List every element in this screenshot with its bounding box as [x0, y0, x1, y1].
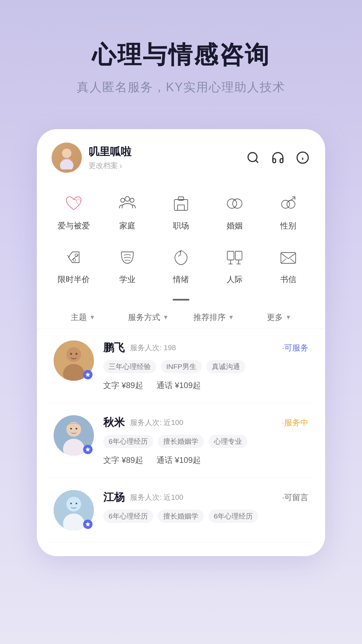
filter-sort-arrow: ▼	[228, 314, 234, 321]
call-price-1: 通话 ¥109起	[157, 455, 201, 466]
consultant-card-2[interactable]: 江杨 服务人次: 近100 ·可留言 6年心理经历 擅长婚姻学 6年心理经历	[47, 478, 315, 543]
page-subtitle: 真人匿名服务，KY实用心理助人技术	[20, 79, 342, 96]
svg-point-7	[76, 199, 81, 205]
category-marriage[interactable]: 婚姻	[211, 186, 258, 236]
consultant-card-0[interactable]: 鹏飞 服务人次: 198 ·可服务 三年心理经验 INFP男生 真诚沟通 文字 …	[47, 328, 315, 403]
category-gender[interactable]: 性别	[265, 186, 312, 236]
gender-icon	[276, 192, 300, 216]
consultant-avatar-wrap-1	[54, 415, 94, 455]
filter-sort[interactable]: 推荐排序 ▼	[181, 312, 246, 323]
consultant-header-2: 江杨 服务人次: 近100 ·可留言	[103, 490, 308, 505]
filter-theme[interactable]: 主题 ▼	[50, 312, 116, 323]
consultant-price-0: 文字 ¥89起 通话 ¥109起	[103, 380, 308, 391]
consultant-badge-0	[83, 370, 93, 379]
consultant-header-1: 秋米 服务人次: 近100 ·服务中	[103, 415, 308, 430]
love-icon	[62, 192, 86, 216]
category-emotion[interactable]: 情绪	[158, 240, 204, 290]
category-study[interactable]: 学业	[104, 240, 151, 290]
svg-point-35	[66, 347, 81, 362]
consultant-info-0: 鹏飞 服务人次: 198 ·可服务 三年心理经验 INFP男生 真诚沟通 文字 …	[103, 340, 308, 391]
category-love-label: 爱与被爱	[58, 220, 90, 231]
svg-point-37	[70, 353, 72, 355]
user-name: 叽里呱啦	[88, 145, 245, 159]
emotion-icon	[169, 245, 193, 269]
header-icons	[245, 150, 310, 165]
filter-more-arrow: ▼	[286, 314, 292, 321]
family-icon	[115, 192, 139, 216]
search-icon[interactable]	[245, 150, 261, 165]
social-icon	[223, 245, 247, 269]
svg-point-9	[121, 198, 125, 202]
consultant-name-0: 鹏飞	[103, 340, 125, 355]
category-family-label: 家庭	[119, 220, 135, 231]
filter-service-arrow: ▼	[163, 314, 169, 321]
svg-point-23	[73, 259, 76, 261]
page-title: 心理与情感咨询	[20, 40, 342, 69]
filter-more[interactable]: 更多 ▼	[246, 312, 312, 323]
consultant-list: 鹏飞 服务人次: 198 ·可服务 三年心理经验 INFP男生 真诚沟通 文字 …	[37, 328, 325, 543]
tag-0-2: 真诚沟通	[206, 360, 245, 373]
svg-point-45	[66, 497, 81, 512]
category-love[interactable]: 爱与被爱	[50, 186, 97, 236]
consultant-status-2: ·可留言	[282, 492, 308, 503]
svg-line-33	[290, 259, 296, 263]
category-family[interactable]: 家庭	[104, 186, 151, 236]
category-study-label: 学业	[119, 274, 135, 285]
app-header: 叽里呱啦 更改档案	[37, 129, 325, 179]
info-icon[interactable]	[295, 150, 310, 165]
tag-2-1: 擅长婚姻学	[158, 509, 204, 523]
user-info: 叽里呱啦 更改档案	[88, 145, 245, 171]
svg-point-1	[60, 159, 73, 169]
tag-0-1: INFP男生	[161, 360, 202, 373]
tag-1-1: 擅长婚姻学	[158, 435, 204, 448]
filter-service-type[interactable]: 服务方式 ▼	[116, 312, 181, 323]
user-avatar-wrap[interactable]	[52, 143, 82, 173]
category-row-1: 爱与被爱 家庭	[47, 186, 315, 236]
work-icon	[169, 192, 193, 216]
category-work[interactable]: 职场	[158, 186, 204, 236]
category-halfprice[interactable]: 限时半价	[50, 240, 97, 290]
consultant-card-1[interactable]: 秋米 服务人次: 近100 ·服务中 6年心理经历 擅长婚姻学 心理专业 文字 …	[47, 403, 315, 478]
category-letter[interactable]: 书信	[265, 240, 312, 290]
consultant-name-2: 江杨	[103, 490, 125, 505]
filter-bar: 主题 ▼ 服务方式 ▼ 推荐排序 ▼ 更多 ▼	[37, 307, 325, 328]
category-marriage-label: 婚姻	[227, 220, 243, 231]
category-work-label: 职场	[173, 220, 189, 231]
consultant-name-1: 秋米	[103, 415, 125, 430]
price-text-1: 文字 ¥89起	[103, 455, 143, 466]
svg-point-8	[125, 197, 130, 201]
consultant-badge-1	[83, 445, 93, 454]
consultant-count-2: 服务人次: 近100	[130, 492, 183, 502]
consultant-price-1: 文字 ¥89起 通话 ¥109起	[103, 455, 308, 466]
user-edit-link[interactable]: 更改档案	[88, 161, 245, 171]
tag-2-2: 6年心理经历	[208, 509, 258, 523]
svg-rect-26	[235, 251, 242, 260]
user-avatar	[52, 143, 82, 173]
headphone-icon[interactable]	[270, 150, 286, 165]
svg-line-3	[256, 160, 258, 163]
study-icon	[115, 245, 139, 269]
page-header: 心理与情感咨询 真人匿名服务，KY实用心理助人技术	[0, 0, 362, 116]
consultant-info-2: 江杨 服务人次: 近100 ·可留言 6年心理经历 擅长婚姻学 6年心理经历	[103, 490, 308, 530]
svg-line-32	[281, 259, 286, 263]
consultant-status-0: ·可服务	[282, 342, 308, 353]
tab-indicator	[37, 299, 325, 301]
tag-2-0: 6年心理经历	[103, 509, 153, 523]
consultant-tags-0: 三年心理经验 INFP男生 真诚沟通	[103, 360, 308, 373]
category-social[interactable]: 人际	[211, 240, 258, 290]
consultant-info-1: 秋米 服务人次: 近100 ·服务中 6年心理经历 擅长婚姻学 心理专业 文字 …	[103, 415, 308, 466]
edit-chevron-icon	[119, 161, 122, 171]
category-letter-label: 书信	[280, 274, 296, 285]
consultant-name-row-2: 江杨 服务人次: 近100	[103, 490, 183, 505]
svg-point-43	[76, 428, 77, 430]
category-section: 爱与被爱 家庭	[37, 179, 325, 297]
category-halfprice-label: 限时半价	[58, 274, 90, 285]
svg-point-42	[70, 428, 72, 430]
consultant-name-row-1: 秋米 服务人次: 近100	[103, 415, 183, 430]
call-price-0: 通话 ¥109起	[157, 380, 201, 391]
category-gender-label: 性别	[280, 220, 296, 231]
tab-dot	[173, 299, 189, 301]
consultant-count-1: 服务人次: 近100	[130, 418, 183, 428]
consultant-count-0: 服务人次: 198	[130, 343, 176, 353]
consultant-avatar-wrap-2	[54, 490, 94, 530]
